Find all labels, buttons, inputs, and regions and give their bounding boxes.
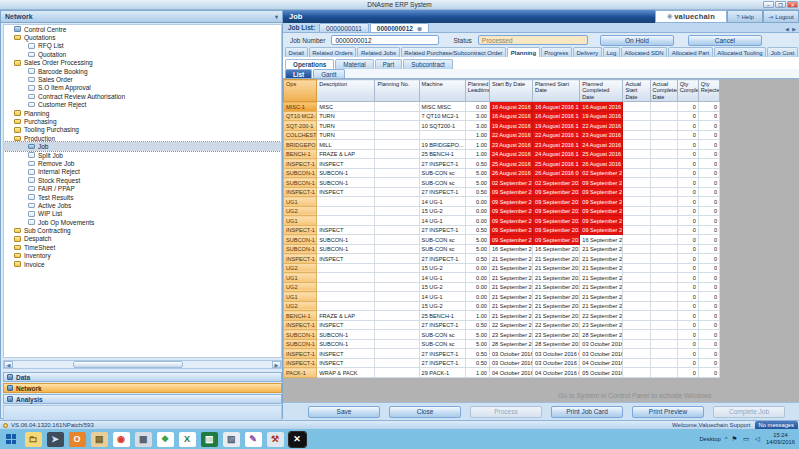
scroll-left-icon[interactable]: ◀ bbox=[4, 361, 13, 368]
tab-planning[interactable]: Planning bbox=[507, 47, 540, 57]
sidebar-item-s-o-item-approval[interactable]: S.O Item Approval bbox=[4, 84, 281, 92]
table-row[interactable]: BENCH-1FRAZE & LAP25 BENCH-11.0024 Augus… bbox=[284, 149, 720, 159]
tab-allocated-tooling[interactable]: Allocated Tooling bbox=[714, 47, 766, 57]
help-button[interactable]: ? Help bbox=[727, 10, 763, 23]
sidebar-item-sales-order-processing[interactable]: Sales Order Processing bbox=[4, 59, 281, 67]
sidebar-item-stock-request[interactable]: Stock Request bbox=[4, 176, 281, 184]
table-row[interactable]: SUBCON-1SUBCON-1SUB-CON sc5.0028 Septemb… bbox=[284, 339, 720, 349]
sidebar-item-purchasing[interactable]: Purchasing bbox=[4, 117, 281, 125]
sidebar-item-planning[interactable]: Planning bbox=[4, 109, 281, 117]
sidebar-item-quotation[interactable]: Quotation bbox=[4, 50, 281, 58]
sidebar-item-production[interactable]: Production bbox=[4, 134, 281, 142]
chrome-icon[interactable]: ◉ bbox=[113, 432, 130, 447]
accordion-data[interactable]: Data bbox=[3, 372, 282, 382]
table-row[interactable]: UG215 UG-20.0009 September 201609 Septem… bbox=[284, 206, 720, 216]
scroll-right-icon[interactable]: ▶ bbox=[272, 361, 281, 368]
table-row[interactable]: INSPECT-1INSPECT27 INSPECT-10.5022 Septe… bbox=[284, 320, 720, 330]
tab-related-orders[interactable]: Related Orders bbox=[309, 47, 357, 57]
calculator-icon[interactable]: ▦ bbox=[135, 432, 152, 447]
column-header-planned-leadtime[interactable]: Planned Leadtime bbox=[465, 80, 489, 102]
accordion-analysis[interactable]: Analysis bbox=[3, 394, 282, 404]
column-header-planned-start-date[interactable]: Planned Start Date bbox=[533, 80, 580, 102]
minimize-icon[interactable]: − bbox=[763, 1, 774, 8]
notes-icon[interactable]: ▤ bbox=[91, 432, 108, 447]
sidebar-item-sales-order[interactable]: Sales Order bbox=[4, 75, 281, 83]
subtab-part[interactable]: Part bbox=[375, 59, 403, 69]
desktop-label[interactable]: Desktop bbox=[699, 436, 720, 442]
sidebar-item-customer-reject[interactable]: Customer Reject bbox=[4, 101, 281, 109]
subtab-operations[interactable]: Operations bbox=[285, 59, 334, 69]
table-row[interactable]: UG114 UG-10.0009 September 201609 Septem… bbox=[284, 197, 720, 207]
cancel-button[interactable]: Cancel bbox=[688, 35, 762, 46]
document-icon[interactable]: ▨ bbox=[223, 432, 240, 447]
tab-allocated-part[interactable]: Allocated Part bbox=[668, 47, 713, 57]
column-header-qty-completed[interactable]: Qty Completed bbox=[677, 80, 698, 102]
tab-job-cost[interactable]: Job Cost bbox=[767, 47, 798, 57]
accordion-network[interactable]: Network bbox=[3, 383, 282, 393]
job-tab-0000000011[interactable]: 0000000011 bbox=[319, 23, 369, 32]
table-row[interactable]: SUBCON-1SUBCON-1SUB-CON sc5.0016 Septemb… bbox=[284, 244, 720, 254]
column-header-description[interactable]: Description bbox=[317, 80, 375, 102]
sidebar-item-despatch[interactable]: Despatch bbox=[4, 235, 281, 243]
viewtab-list[interactable]: List bbox=[285, 69, 312, 78]
table-row[interactable]: MISC-1MISCMISC MISC0.0016 August 2016 13… bbox=[284, 102, 720, 112]
design-icon[interactable]: ✎ bbox=[245, 432, 262, 447]
table-row[interactable]: UG215 UG-20.0021 September 201621 Septem… bbox=[284, 282, 720, 292]
on-hold-button[interactable]: On Hold bbox=[600, 35, 674, 46]
sidebar-item-contract-review-authorisation[interactable]: Contract Review Authorisation bbox=[4, 92, 281, 100]
tools-icon[interactable]: ⚒ bbox=[267, 432, 284, 447]
print-preview-button[interactable]: Print Preview bbox=[632, 406, 704, 418]
outlook-icon[interactable]: O bbox=[69, 432, 86, 447]
column-header-actual-start-date[interactable]: Actual Start Date bbox=[623, 80, 650, 102]
table-row[interactable]: BRIDGEPO...MILL19 BRIDGEPO...1.0023 Augu… bbox=[284, 140, 720, 150]
table-row[interactable]: INSPECT-1INSPECT27 INSPECT-10.5009 Septe… bbox=[284, 225, 720, 235]
table-row[interactable]: SUBCON-1SUBCON-1SUB-CON sc5.0023 Septemb… bbox=[284, 330, 720, 340]
tab-related-jobs[interactable]: Related Jobs bbox=[357, 47, 399, 57]
restore-icon[interactable]: ❐ bbox=[775, 1, 786, 8]
job-tab-0000000012[interactable]: 0000000012⊗ bbox=[370, 23, 429, 32]
tab-allocated-sdn[interactable]: Allocated SDN bbox=[621, 47, 667, 57]
remote-desktop-icon[interactable]: ➤ bbox=[47, 432, 64, 447]
tree-horizontal-scrollbar[interactable]: ◀ ▶ bbox=[3, 360, 282, 369]
sidebar-item-active-jobs[interactable]: Active Jobs bbox=[4, 201, 281, 209]
start-button[interactable] bbox=[0, 429, 22, 449]
tray-status-icons[interactable]: ⚑ ▭ ◁ bbox=[731, 435, 762, 443]
sidebar-item-split-job[interactable]: Split Job bbox=[4, 151, 281, 159]
column-header-start-by-date[interactable]: Start By Date bbox=[489, 80, 532, 102]
taskbar-clock[interactable]: 15:24 14/09/2016 bbox=[766, 432, 795, 445]
table-row[interactable]: SUBCON-1SUBCON-1SUB-CON sc5.0009 Septemb… bbox=[284, 235, 720, 245]
sidebar-item-job[interactable]: Job bbox=[4, 142, 281, 150]
tab-log[interactable]: Log bbox=[603, 47, 620, 57]
scrollbar-thumb[interactable] bbox=[73, 361, 183, 368]
file-explorer-icon[interactable]: 🗀 bbox=[25, 432, 42, 447]
column-header-actual-completed-date[interactable]: Actual Completed Date bbox=[650, 80, 677, 102]
sidebar-item-barcode-booking[interactable]: Barcode Booking bbox=[4, 67, 281, 75]
sidebar-item-tooling-purchasing[interactable]: Tooling Purchasing bbox=[4, 126, 281, 134]
sidebar-item-remove-job[interactable]: Remove Job bbox=[4, 159, 281, 167]
dna-erp-icon[interactable]: ✕ bbox=[289, 432, 306, 447]
logout-button[interactable]: ⇥ Logout bbox=[763, 10, 799, 23]
table-row[interactable]: PACK-1WRAP & PACK29 PACK-11.0004 October… bbox=[284, 368, 720, 378]
excel-icon[interactable]: X bbox=[179, 432, 196, 447]
sidebar-item-control-centre[interactable]: Control Centre bbox=[4, 25, 281, 33]
sidebar-item-fair-ppap[interactable]: FAIR / PPAP bbox=[4, 184, 281, 192]
chevron-down-icon[interactable]: ▾ bbox=[275, 13, 278, 20]
column-header-machine[interactable]: Machine bbox=[419, 80, 465, 102]
sidebar-item-inventory[interactable]: Inventory bbox=[4, 252, 281, 260]
close-icon[interactable]: ✕ bbox=[787, 1, 798, 8]
table-row[interactable]: INSPECT-1INSPECT27 INSPECT-10.5003 Octob… bbox=[284, 349, 720, 359]
table-row[interactable]: UG114 UG-10.0021 September 201621 Septem… bbox=[284, 273, 720, 283]
sidebar-item-job-op-movements[interactable]: Job Op Movements bbox=[4, 218, 281, 226]
viewtab-gantt[interactable]: Gantt bbox=[313, 69, 344, 78]
save-button[interactable]: Save bbox=[308, 406, 380, 418]
print-job-card-button[interactable]: Print Job Card bbox=[551, 406, 623, 418]
tab-related-purchase-subcontract-order[interactable]: Related Purchase/Subcontract Order bbox=[401, 47, 507, 57]
tray-caret-icon[interactable]: ^ bbox=[725, 436, 728, 442]
table-row[interactable]: COLCHEST...TURN1.0022 August 2016 13:302… bbox=[284, 130, 720, 140]
close-button[interactable]: Close bbox=[389, 406, 461, 418]
table-row[interactable]: SUBCON-1SUBCON-1SUB-CON sc5.0002 Septemb… bbox=[284, 178, 720, 188]
sidebar-item-test-results[interactable]: Test Results bbox=[4, 193, 281, 201]
table-row[interactable]: SUBCON-1SUBCON-1SUB-CON sc5.0026 August … bbox=[284, 168, 720, 178]
table-row[interactable]: INSPECT-1INSPECT27 INSPECT-10.5009 Septe… bbox=[284, 187, 720, 197]
sheets-icon[interactable]: ▥ bbox=[201, 432, 218, 447]
